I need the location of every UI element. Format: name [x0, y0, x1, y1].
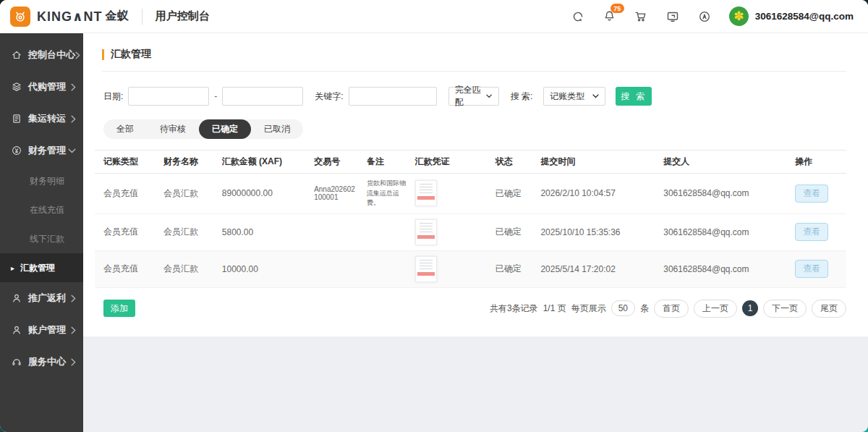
last-page-button[interactable]: 尾页 — [812, 300, 846, 318]
table-row: 会员充值 会员汇款 5800.00 已确定 2025/10/10 15:35:3… — [95, 213, 846, 250]
cart-icon[interactable] — [634, 9, 648, 24]
add-button[interactable]: 添加 — [103, 300, 135, 317]
date-from-input[interactable] — [128, 87, 209, 106]
top-header: KING∧NT 金蚁 用户控制台 75 — [0, 0, 868, 33]
keyword-label: 关键字: — [315, 90, 343, 103]
content-panel: 汇款管理 日期: - 关键字: 完全匹配 搜 索: — [83, 33, 868, 336]
sidebar-item-purchasing[interactable]: 代购管理 — [0, 71, 83, 103]
date-range-separator: - — [214, 91, 217, 101]
sidebar-item-finance[interactable]: 财务管理 — [0, 135, 83, 166]
tab-pending-review[interactable]: 待审核 — [147, 119, 199, 139]
col-actions: 操作 — [791, 151, 846, 174]
home-icon — [11, 49, 22, 61]
chevron-right-icon — [71, 295, 76, 302]
sidebar-subitem-remittance-management[interactable]: ▸ 汇款管理 — [0, 253, 83, 282]
view-button[interactable]: 查看 — [795, 223, 828, 241]
chevron-right-icon — [75, 51, 80, 59]
chevron-down-icon — [68, 148, 76, 153]
col-submitted-at: 提交时间 — [536, 151, 659, 174]
current-page-button[interactable]: 1 — [742, 300, 758, 316]
pagination: 共有3条记录 1/1 页 每页展示 50 条 首页 上一页 1 下一页 尾页 — [490, 300, 846, 318]
sidebar-item-promotion-rebate[interactable]: 推广返利 — [0, 282, 83, 314]
col-record-type: 记账类型 — [95, 151, 159, 174]
per-page-label: 每页展示 — [571, 302, 606, 315]
receipt-thumbnail[interactable] — [415, 256, 437, 282]
col-status: 状态 — [491, 151, 537, 174]
col-voucher: 汇款凭证 — [411, 151, 491, 174]
status-badge: 已确定 — [491, 250, 537, 287]
filter-form: 日期: - 关键字: 完全匹配 搜 索: 记账类型 搜 索 — [95, 87, 846, 106]
keyword-input[interactable] — [349, 87, 437, 106]
chevron-down-icon — [592, 94, 599, 98]
next-page-button[interactable]: 下一页 — [763, 300, 807, 318]
col-amount: 汇款金额 (XAF) — [218, 151, 310, 174]
after-sales-icon[interactable] — [571, 9, 585, 24]
person-icon — [11, 324, 22, 336]
receipt-thumbnail[interactable] — [415, 180, 437, 206]
user-menu[interactable]: ✽ 3061628584@qq.com — [729, 7, 854, 26]
tab-confirmed[interactable]: 已确定 — [199, 119, 251, 139]
layers-icon — [11, 81, 22, 93]
headset-icon — [11, 356, 22, 368]
date-to-input[interactable] — [222, 87, 303, 106]
status-badge: 已确定 — [491, 213, 537, 250]
page-title: 汇款管理 — [111, 48, 151, 61]
workbench-monitor-icon[interactable] — [665, 9, 680, 24]
table-header-row: 记账类型 财务名称 汇款金额 (XAF) 交易号 备注 汇款凭证 状态 提交时间… — [95, 151, 846, 174]
match-mode-select[interactable]: 完全匹配 — [448, 87, 499, 106]
brand-name: KING∧NT — [37, 9, 103, 25]
user-avatar: ✽ — [729, 7, 749, 26]
chevron-right-icon — [71, 115, 76, 123]
status-tabs: 全部 待审核 已确定 已取消 — [103, 119, 303, 139]
table-row: 会员充值 会员汇款 10000.00 已确定 2025/5/14 17:20:0… — [95, 250, 846, 287]
col-transaction-no: 交易号 — [310, 151, 362, 174]
app-window: KING∧NT 金蚁 用户控制台 75 — [0, 0, 868, 432]
tab-cancelled[interactable]: 已取消 — [251, 119, 303, 139]
user-email: 3061628584@qq.com — [755, 11, 854, 22]
title-accent-bar — [102, 49, 104, 60]
table-footer: 添加 共有3条记录 1/1 页 每页展示 50 条 首页 上一页 1 下一页 尾… — [95, 300, 846, 318]
page-title-row: 汇款管理 — [95, 45, 846, 71]
view-button[interactable]: 查看 — [795, 185, 828, 203]
brand-name-cn: 金蚁 — [106, 9, 129, 24]
page-info: 1/1 页 — [543, 302, 566, 315]
per-page-select[interactable]: 50 — [611, 300, 635, 316]
col-submitter: 提交人 — [659, 151, 791, 174]
language-a-icon[interactable] — [697, 9, 712, 24]
record-type-select[interactable]: 记账类型 — [543, 87, 605, 106]
chevron-right-icon — [71, 83, 76, 91]
active-triangle-icon: ▸ — [11, 264, 14, 272]
status-badge: 已确定 — [491, 174, 537, 214]
ant-logo-icon — [10, 7, 30, 27]
view-button[interactable]: 查看 — [795, 260, 828, 278]
date-label: 日期: — [103, 90, 123, 103]
records-summary: 共有3条记录 — [490, 302, 538, 315]
header-actions: 75 ✽ 306 — [571, 7, 854, 26]
notification-badge: 75 — [610, 4, 624, 13]
notifications-bell-icon[interactable]: 75 — [603, 9, 616, 23]
sidebar-subitem-offline-remittance[interactable]: 线下汇款 — [0, 224, 83, 253]
first-page-button[interactable]: 首页 — [654, 300, 689, 318]
search-button[interactable]: 搜 索 — [616, 87, 652, 106]
chevron-right-icon — [71, 358, 76, 366]
receipt-thumbnail[interactable] — [415, 219, 437, 245]
finance-icon — [11, 145, 22, 156]
brand-logo[interactable]: KING∧NT 金蚁 — [10, 7, 129, 27]
col-finance-name: 财务名称 — [159, 151, 218, 174]
sidebar-item-account-management[interactable]: 账户管理 — [0, 314, 83, 346]
search-label: 搜 索: — [511, 90, 533, 103]
prev-page-button[interactable]: 上一页 — [694, 300, 737, 318]
sidebar-item-console-center[interactable]: 控制台中心 — [0, 39, 83, 71]
sidebar-item-service-center[interactable]: 服务中心 — [0, 346, 83, 378]
table-row: 会员充值 会员汇款 89000000.00 Anna202602100001 货… — [95, 174, 846, 214]
clipboard-icon — [11, 113, 22, 124]
console-title: 用户控制台 — [156, 9, 210, 23]
remittance-table: 记账类型 财务名称 汇款金额 (XAF) 交易号 备注 汇款凭证 状态 提交时间… — [95, 150, 846, 288]
sidebar-subitem-finance-details[interactable]: 财务明细 — [0, 166, 83, 195]
per-page-unit: 条 — [640, 302, 649, 315]
tab-all[interactable]: 全部 — [103, 119, 147, 139]
sidebar-subitem-online-recharge[interactable]: 在线充值 — [0, 195, 83, 224]
title-divider — [102, 71, 846, 72]
person-icon — [11, 292, 22, 304]
sidebar-item-consolidation[interactable]: 集运转运 — [0, 103, 83, 135]
